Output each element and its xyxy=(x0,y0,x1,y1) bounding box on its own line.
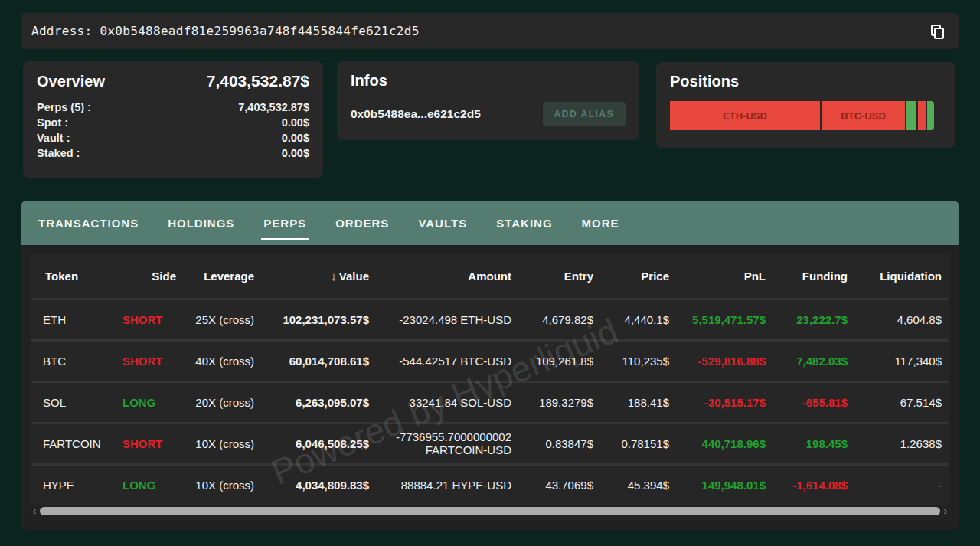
cell-value: 4,034,809.83$ xyxy=(262,464,377,505)
infos-title: Infos xyxy=(351,72,626,90)
tab[interactable]: MORE xyxy=(567,201,634,245)
column-header[interactable]: Liquidation xyxy=(855,254,949,299)
tab-label: MORE xyxy=(582,217,619,230)
table-row[interactable]: FARTCOIN SHORT 10X (cross) 6,046,508.25$… xyxy=(31,423,949,464)
column-header-label: Leverage xyxy=(204,270,254,283)
cell-amount: 33241.84 SOL-USD xyxy=(377,381,519,423)
cell-liquidation: 67.514$ xyxy=(855,381,949,423)
overview-row-label: Staked : xyxy=(37,145,80,161)
position-segment[interactable]: BTC-USD xyxy=(822,101,905,130)
cell-pnl: -30,515.17$ xyxy=(677,381,773,423)
table-row[interactable]: SOL LONG 20X (cross) 6,263,095.07$ 33241… xyxy=(31,381,949,423)
tab-label: ORDERS xyxy=(335,217,389,230)
table-row[interactable]: BTC SHORT 40X (cross) 60,014,708.61$ -54… xyxy=(31,340,949,381)
column-header[interactable]: Amount xyxy=(377,254,519,299)
positions-title: Positions xyxy=(670,73,942,90)
column-header-label: Amount xyxy=(468,270,511,283)
sort-desc-icon: ↓ xyxy=(331,270,337,283)
overview-rows: Perps (5) : 7,403,532.87$ Spot : 0.00$ V… xyxy=(37,100,309,161)
column-header-label: Liquidation xyxy=(880,270,942,283)
column-header[interactable]: Token xyxy=(31,254,110,299)
position-segment[interactable] xyxy=(918,101,926,130)
positions-table: Token Side Leverage ↓Value Amount Entry xyxy=(31,254,949,505)
cell-pnl: 5,519,471.57$ xyxy=(677,299,773,340)
tab-label: STAKING xyxy=(496,217,552,230)
position-segment[interactable] xyxy=(906,101,916,130)
cell-amount: -23024.498 ETH-USD xyxy=(377,299,519,340)
column-header[interactable]: Price xyxy=(601,254,677,299)
cell-liquidation: - xyxy=(855,464,949,505)
cell-entry: 109,261.8$ xyxy=(519,340,601,381)
tab[interactable]: ORDERS xyxy=(321,201,403,245)
add-alias-button[interactable]: ADD ALIAS xyxy=(543,102,626,126)
cell-token: FARTCOIN xyxy=(31,423,110,464)
cell-price: 45.394$ xyxy=(601,464,677,505)
tab-label: PERPS xyxy=(263,217,306,230)
position-segment[interactable]: ETH-USD xyxy=(670,101,820,130)
cell-amount: -544.42517 BTC-USD xyxy=(377,340,519,381)
overview-row-value: 0.00$ xyxy=(282,115,309,130)
cell-funding: 198.45$ xyxy=(773,423,855,464)
cell-entry: 4,679.82$ xyxy=(519,299,601,340)
tab-bar: TRANSACTIONS HOLDINGS PERPS ORDERS VAULT… xyxy=(21,201,959,245)
scrollbar-thumb[interactable] xyxy=(40,507,940,515)
table-row[interactable]: ETH SHORT 25X (cross) 102,231,073.57$ -2… xyxy=(31,299,949,340)
cell-token: HYPE xyxy=(31,464,110,505)
cell-token: ETH xyxy=(31,299,110,340)
overview-card: Overview 7,403,532.87$ Perps (5) : 7,403… xyxy=(23,61,323,178)
cell-leverage: 10X (cross) xyxy=(184,423,262,464)
tab-label: HOLDINGS xyxy=(168,217,234,230)
cell-side: LONG xyxy=(110,464,184,505)
cell-side: SHORT xyxy=(110,299,184,340)
cell-liquidation: 117,340$ xyxy=(855,340,949,381)
cell-token: SOL xyxy=(31,381,110,423)
column-header[interactable]: PnL xyxy=(677,254,773,299)
copy-button[interactable] xyxy=(926,20,949,43)
column-header[interactable]: ↓Value xyxy=(262,254,377,299)
cell-side: SHORT xyxy=(110,423,184,464)
cell-price: 188.41$ xyxy=(601,381,677,423)
column-header[interactable]: Funding xyxy=(773,254,855,299)
infos-address-short: 0x0b5488ea...e621c2d5 xyxy=(351,107,481,121)
tab[interactable]: TRANSACTIONS xyxy=(24,201,153,245)
cell-pnl: -529,816.88$ xyxy=(677,340,773,381)
tab[interactable]: VAULTS xyxy=(403,201,482,245)
cell-price: 0.78151$ xyxy=(601,423,677,464)
column-header[interactable]: Side xyxy=(110,254,184,299)
column-header-label: Token xyxy=(45,270,78,283)
column-header-label: Side xyxy=(152,270,176,283)
column-header-label: Price xyxy=(641,270,669,283)
cell-funding: -1,614.08$ xyxy=(773,464,855,505)
scroll-right-icon[interactable]: › xyxy=(942,505,949,516)
positions-card: Positions ETH-USD BTC-USD xyxy=(656,62,956,148)
scroll-left-icon[interactable]: ‹ xyxy=(31,505,38,516)
cell-value: 6,046,508.25$ xyxy=(262,423,377,464)
tab[interactable]: PERPS xyxy=(249,201,321,245)
infos-card: Infos 0x0b5488ea...e621c2d5 ADD ALIAS xyxy=(337,61,639,140)
main-panel: TRANSACTIONS HOLDINGS PERPS ORDERS VAULT… xyxy=(21,201,959,530)
column-header[interactable]: Leverage xyxy=(184,254,262,299)
overview-title: Overview xyxy=(37,73,105,90)
cell-side: SHORT xyxy=(110,340,184,381)
overview-row: Vault : 0.00$ xyxy=(37,130,309,145)
column-header-label: PnL xyxy=(744,270,766,283)
copy-icon xyxy=(929,23,946,40)
cell-funding: -655.81$ xyxy=(773,381,855,423)
address-value: 0x0b5488eadf81e259963a748f4455844fe621c2… xyxy=(100,24,419,38)
cell-funding: 23,222.7$ xyxy=(773,299,855,340)
table-body: ETH SHORT 25X (cross) 102,231,073.57$ -2… xyxy=(31,299,949,505)
cell-value: 102,231,073.57$ xyxy=(262,299,377,340)
column-header[interactable]: Entry xyxy=(519,254,601,299)
overview-row-value: 0.00$ xyxy=(282,130,309,145)
table-header-row: Token Side Leverage ↓Value Amount Entry xyxy=(31,254,949,299)
position-segment-label: ETH-USD xyxy=(723,110,767,122)
overview-row-value: 0.00$ xyxy=(282,145,309,161)
cell-amount: 88884.21 HYPE-USD xyxy=(377,464,519,505)
tab[interactable]: HOLDINGS xyxy=(153,201,249,245)
address-bar: Address:0x0b5488eadf81e259963a748f445584… xyxy=(21,13,959,49)
position-segment[interactable] xyxy=(927,101,934,130)
positions-table-wrap: Token Side Leverage ↓Value Amount Entry xyxy=(31,254,949,505)
cell-leverage: 10X (cross) xyxy=(184,464,262,505)
table-row[interactable]: HYPE LONG 10X (cross) 4,034,809.83$ 8888… xyxy=(31,464,949,505)
tab[interactable]: STAKING xyxy=(482,201,567,245)
